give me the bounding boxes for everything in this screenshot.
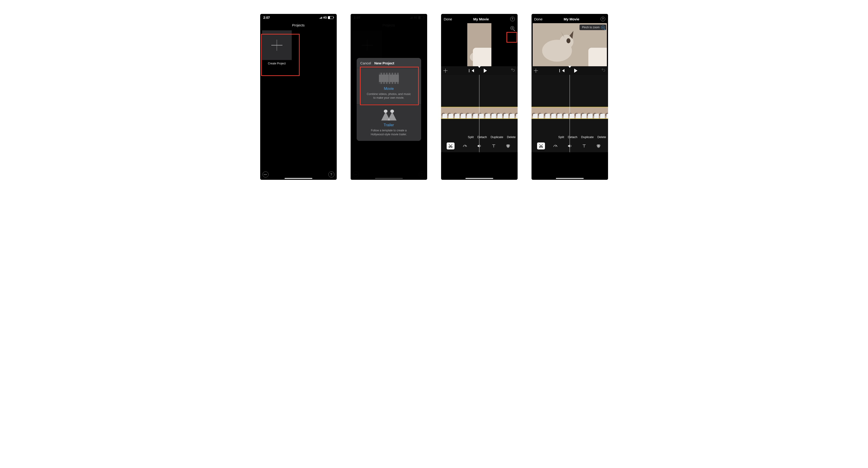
zoom-icon[interactable]: [601, 26, 605, 29]
timeline-thumb: [496, 107, 502, 119]
done-button[interactable]: Done: [534, 17, 542, 21]
timeline-thumb: [592, 107, 598, 119]
create-project-tile[interactable]: Create Project: [260, 30, 293, 65]
timeline-thumb: [587, 107, 592, 119]
undo-button[interactable]: [601, 68, 606, 73]
timeline-thumb: [562, 107, 568, 119]
tool-bar: [441, 142, 518, 149]
help-button[interactable]: ?: [329, 171, 334, 177]
video-preview[interactable]: 15.6s: [441, 23, 518, 66]
filmstrip-icon: [361, 72, 416, 84]
timeline-thumb: [537, 107, 544, 119]
cancel-button[interactable]: Cancel: [360, 61, 371, 65]
split-button[interactable]: Split: [468, 135, 473, 139]
titles-tool[interactable]: [490, 142, 498, 149]
project-title: My Movie: [473, 17, 489, 21]
speed-tool[interactable]: [461, 142, 469, 149]
editor-nav: Done My Movie ?: [531, 14, 608, 23]
filters-tool[interactable]: [504, 142, 512, 149]
timeline-thumb: [531, 107, 537, 119]
svg-point-16: [597, 145, 600, 148]
timeline[interactable]: Split Detach Duplicate Delete: [441, 75, 518, 152]
timeline-thumb: [544, 107, 550, 119]
add-media-button[interactable]: [443, 69, 447, 73]
video-preview[interactable]: Pinch to zoom: [531, 23, 608, 66]
clip-actions: Split Detach Duplicate Delete: [558, 135, 606, 139]
editor-nav: Done My Movie ?: [441, 14, 518, 23]
zoom-button[interactable]: [509, 25, 516, 32]
create-project-icon: [262, 30, 292, 60]
duplicate-button[interactable]: Duplicate: [581, 135, 594, 139]
network-label: 4G: [323, 16, 327, 19]
battery-icon: [328, 16, 334, 19]
detach-button[interactable]: Detach: [568, 135, 578, 139]
timeline[interactable]: Split Detach Duplicate Delete: [531, 75, 608, 152]
help-button[interactable]: ?: [510, 17, 515, 21]
svg-point-13: [541, 146, 542, 148]
timeline-thumb: [605, 107, 608, 119]
timeline-thumb: [465, 107, 471, 119]
home-indicator: [556, 178, 584, 179]
svg-point-7: [449, 146, 450, 148]
clip-strip[interactable]: [441, 107, 518, 119]
delete-button[interactable]: Delete: [507, 135, 516, 139]
tool-bar: [531, 142, 608, 149]
clip-actions: Split Detach Duplicate Delete: [468, 135, 516, 139]
done-button[interactable]: Done: [444, 17, 452, 21]
timeline-thumb: [453, 107, 459, 119]
duplicate-button[interactable]: Duplicate: [491, 135, 503, 139]
delete-button[interactable]: Delete: [597, 135, 606, 139]
option-movie-title: Movie: [361, 87, 416, 91]
option-movie-desc: Combine videos, photos, and music to mak…: [366, 92, 412, 100]
create-project-label: Create Project: [262, 62, 292, 65]
timeline-thumb: [514, 107, 517, 119]
timeline-thumb: [441, 107, 447, 119]
volume-tool[interactable]: [566, 142, 574, 149]
add-media-button[interactable]: [534, 69, 538, 73]
help-button[interactable]: ?: [600, 17, 605, 21]
timeline-thumb: [550, 107, 556, 119]
timeline-thumb: [568, 107, 574, 119]
timeline-thumb: [581, 107, 587, 119]
project-title: My Movie: [564, 17, 580, 21]
signal-icon: [319, 16, 322, 19]
svg-point-8: [451, 146, 452, 148]
play-button[interactable]: [574, 69, 578, 73]
timeline-thumb: [459, 107, 465, 119]
screen-editor-zoom: Done My Movie ? 15.6s Split Detach Dupli…: [441, 14, 518, 180]
skip-start-button[interactable]: [562, 69, 564, 72]
transport-bar: [531, 66, 608, 75]
skip-start-button[interactable]: [472, 69, 474, 72]
split-button[interactable]: Split: [558, 135, 564, 139]
cut-tool[interactable]: [447, 142, 455, 149]
pinch-tip-label: Pinch to zoom: [582, 26, 599, 29]
preview-frame: [467, 23, 491, 66]
play-button[interactable]: [484, 69, 487, 73]
transport-bar: [441, 66, 518, 75]
playhead-marker-icon: [478, 66, 481, 68]
status-right: 4G: [319, 16, 333, 19]
playhead-marker-icon: [568, 66, 571, 68]
option-trailer[interactable]: Trailer Follow a template to create a Ho…: [356, 104, 421, 141]
bottom-dock: ••• ?: [260, 171, 337, 177]
more-button[interactable]: •••: [262, 171, 269, 177]
option-trailer-desc: Follow a template to create a Hollywood-…: [366, 129, 412, 136]
pinch-to-zoom-tooltip: Pinch to zoom: [580, 25, 606, 30]
screen-editor-pinch: Done My Movie ? Pinch to zoom Split Deta…: [531, 14, 608, 180]
detach-button[interactable]: Detach: [477, 135, 487, 139]
svg-point-11: [507, 145, 509, 148]
titles-tool[interactable]: [580, 142, 588, 149]
screen-new-project-sheet: 2:07 4G Projects Create Project Cancel N…: [351, 14, 427, 180]
filters-tool[interactable]: [595, 142, 602, 149]
speed-tool[interactable]: [552, 142, 559, 149]
undo-button[interactable]: [510, 68, 515, 73]
timeline-thumb: [471, 107, 477, 119]
clip-strip[interactable]: [531, 107, 608, 119]
option-trailer-title: Trailer: [361, 123, 416, 127]
sheet-title: New Project: [374, 61, 394, 65]
page-title: Projects: [260, 20, 337, 30]
cut-tool[interactable]: [537, 142, 545, 149]
option-movie[interactable]: Movie Combine videos, photos, and music …: [356, 68, 421, 104]
timeline-thumb: [478, 107, 484, 119]
volume-tool[interactable]: [475, 142, 483, 149]
